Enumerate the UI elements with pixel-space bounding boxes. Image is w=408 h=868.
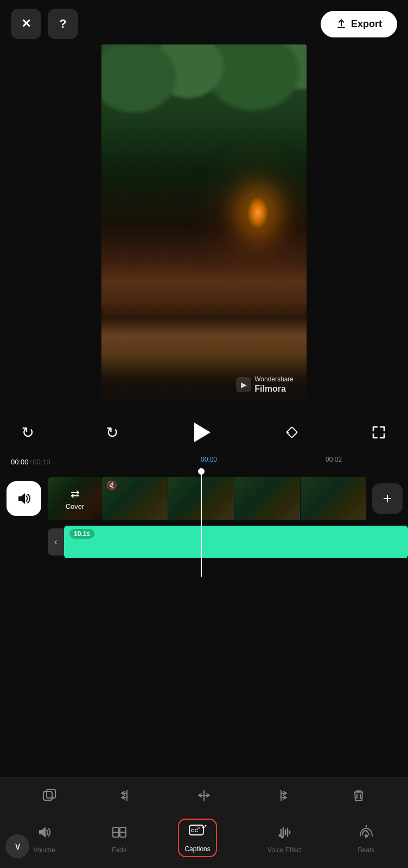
video-track-row: ⇄ Cover 🔇 + [0,474,408,524]
fullscreen-button[interactable] [369,423,388,442]
top-bar: ✕ ? Export [0,0,408,44]
volume-nav-label: Volume [34,846,55,854]
bottom-nav: ∨ Volume Fade [0,813,408,868]
delete-icon [351,788,366,803]
svg-point-19 [365,834,368,838]
nav-item-captions[interactable]: CC AI Captions [178,819,216,857]
delete-tool-button[interactable] [346,786,372,805]
help-button[interactable]: ? [48,9,78,39]
svg-point-15 [205,825,207,827]
watermark-brand: Filmora [254,384,294,394]
filmstrip-frame-1: 🔇 [102,477,168,520]
nav-item-volume[interactable]: Volume [28,821,61,857]
current-time: 00:00 [11,458,29,466]
export-icon [336,18,347,29]
top-bar-left: ✕ ? [11,9,78,39]
mute-icon: 🔇 [106,480,117,490]
svg-rect-3 [47,789,55,798]
cover-label: Cover [66,502,85,510]
export-label: Export [351,18,382,30]
video-lantern [247,196,269,229]
svg-point-14 [202,826,205,828]
video-filmstrip[interactable]: 🔇 [102,477,367,520]
volume-track-button[interactable] [7,481,41,516]
split-tool-button[interactable] [191,786,217,805]
ruler-mark-2: 00:02 [326,456,342,463]
split-start-tool-button[interactable] [114,786,140,805]
time-separator: / [30,458,32,466]
bottom-toolbar: ∨ Volume Fade [0,777,408,868]
redo-icon: ↻ [106,424,118,442]
total-time: 00:10 [33,458,50,466]
edit-tools-row [0,778,408,813]
collapse-button[interactable]: ‹ [48,528,64,556]
volume-icon [16,490,32,507]
cover-label-area: ⇄ Cover [66,487,85,510]
filmstrip-frame-3 [234,477,301,520]
beats-nav-label: Beats [358,846,375,854]
collapse-panel-button[interactable]: ∨ [5,834,29,858]
svg-rect-2 [43,792,52,800]
redo-button[interactable]: ↻ [104,422,120,444]
svg-point-17 [280,836,283,839]
play-icon [194,423,211,442]
fullscreen-icon [371,425,386,440]
caption-track-row: ‹ 10.1s [0,524,408,560]
ruler-mark-0: 00:00 [201,456,217,463]
voice-effect-nav-icon [277,824,293,844]
export-button[interactable]: Export [321,11,397,37]
ruler-marks: 00:00 00:02 [201,456,342,463]
nav-item-voice-effect[interactable]: Voice Effect [262,821,307,857]
keyframe-button[interactable] [282,423,302,442]
captions-nav-label: Captions [184,845,210,853]
watermark-icon: ▶ [236,377,251,392]
filmstrip-frame-4 [301,477,367,520]
fade-nav-label: Fade [112,846,126,854]
video-preview: ▶ Wondershare Filmora [101,44,307,409]
svg-point-16 [278,834,281,837]
keyframe-icon [284,425,299,440]
voice-effect-nav-label: Voice Effect [267,846,302,854]
cover-thumbnail[interactable]: ⇄ Cover [48,477,102,520]
watermark-text: Wondershare Filmora [254,375,294,394]
undo-button[interactable]: ↺ [20,422,36,444]
watermark: ▶ Wondershare Filmora [236,375,294,394]
caption-block[interactable]: 10.1s [64,526,408,558]
watermark-prefix: Wondershare [254,375,294,383]
add-track-button[interactable]: + [372,483,403,514]
split-icon [196,788,212,803]
timeline-ruler: 00:00 / 00:10 00:00 00:02 [0,456,408,468]
cover-swap-icon: ⇄ [71,487,80,500]
video-trees [101,44,307,153]
volume-nav-icon [36,824,53,844]
svg-text:AI: AI [197,826,200,829]
nav-item-fade[interactable]: Fade [106,821,133,857]
split-end-icon [273,788,289,803]
duplicate-icon [42,788,57,803]
nav-item-beats[interactable]: Beats [353,821,380,857]
split-start-icon [119,788,135,803]
undo-icon: ↺ [22,424,34,442]
fade-nav-icon [111,824,127,844]
captions-nav-icon: CC AI [188,823,207,843]
down-chevron-icon: ∨ [14,840,21,852]
timeline-section: 00:00 / 00:10 00:00 00:02 ⇄ [0,456,408,582]
play-button[interactable] [188,419,215,446]
duplicate-tool-button[interactable] [36,786,62,805]
caption-duration: 10.1s [69,529,94,539]
beats-nav-icon [358,824,374,844]
close-button[interactable]: ✕ [11,9,41,39]
timeline-tracks: ⇄ Cover 🔇 + ‹ 10.1s [0,468,408,577]
split-end-tool-button[interactable] [268,786,294,805]
timeline-playhead [201,468,202,577]
playback-controls: ↺ ↻ [0,409,408,456]
